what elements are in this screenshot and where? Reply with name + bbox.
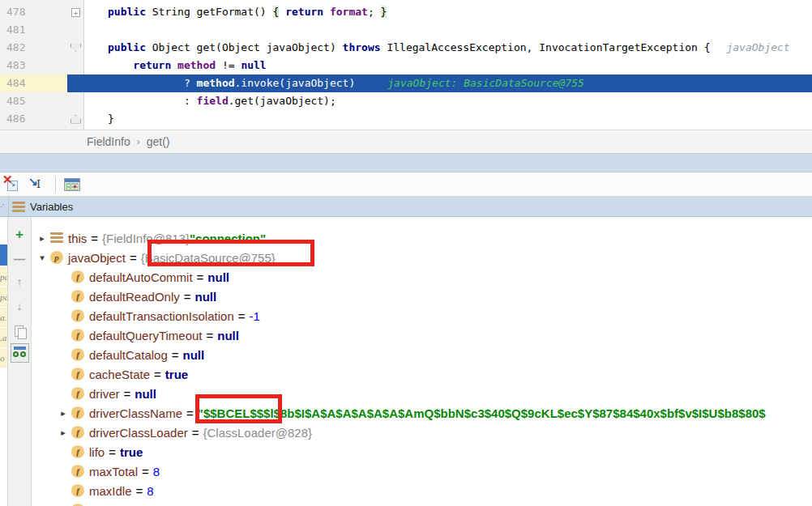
frame-row-clipped[interactable]: a. <box>0 308 8 327</box>
chevron-down-icon[interactable]: ▾ <box>36 253 49 263</box>
fold-cell <box>67 74 84 92</box>
annotation-box-basicdatasource <box>147 240 314 266</box>
line-number[interactable]: 481 <box>0 21 67 39</box>
line-number[interactable]: 484 <box>0 74 67 92</box>
variable-row[interactable]: fdefaultReadOnly=null <box>32 287 812 306</box>
field-icon: f <box>71 309 84 322</box>
equals-sign: = <box>154 368 161 381</box>
parameter-icon: p <box>50 251 63 264</box>
move-down-icon[interactable]: ↓ <box>8 300 31 313</box>
variable-row[interactable]: flifo=true <box>32 442 812 461</box>
variable-value: 0 <box>143 504 150 506</box>
variable-name: cacheState <box>89 368 150 381</box>
variable-value: -1 <box>249 309 259 323</box>
chevron-right-icon[interactable]: ▸ <box>57 408 70 419</box>
breadcrumb-class[interactable]: FieldInfo <box>87 135 130 148</box>
chevron-right-icon[interactable]: ▸ <box>36 233 49 244</box>
variable-name: defaultCatalog <box>89 348 168 362</box>
line-number[interactable]: 478 <box>0 3 67 21</box>
frame-row-clipped[interactable]: pa <box>0 287 8 307</box>
frame-row-clipped[interactable]: pa <box>0 267 8 287</box>
code-line[interactable]: 481 <box>0 21 812 39</box>
field-icon: f <box>71 406 84 419</box>
quick-evaluate-icon[interactable]: ↘ I <box>28 176 46 193</box>
code-line[interactable]: 483 return method != null <box>0 57 812 74</box>
variable-row[interactable]: fmaxTotal=8 <box>32 461 812 481</box>
variable-value: null <box>183 348 205 362</box>
code-text <box>84 21 812 39</box>
variable-row[interactable]: fdefaultTransactionIsolation=-1 <box>32 306 812 325</box>
frames-panel-clipped[interactable]: papaa..ao <box>0 217 8 506</box>
line-number[interactable]: 486 <box>0 110 67 128</box>
move-up-icon[interactable]: ↑ <box>8 275 31 288</box>
code-line[interactable]: 478+public String getFormat() { return f… <box>0 3 812 21</box>
watches-toolbar: + — ↑ ↓ <box>8 217 32 506</box>
variables-menu-icon[interactable] <box>12 202 25 212</box>
variable-row[interactable]: fdefaultAutoCommit=null <box>32 267 812 287</box>
variable-row[interactable]: fminIdle=0 <box>32 500 812 506</box>
editor-lines: 478+public String getFormat() { return f… <box>0 3 812 128</box>
variable-row[interactable]: fcacheState=true <box>32 364 812 384</box>
equals-sign: = <box>109 445 116 459</box>
execution-line[interactable]: 484 ? method.invoke(javaObject)javaObjec… <box>0 74 812 92</box>
equals-sign: = <box>184 290 191 304</box>
line-number[interactable]: 483 <box>0 57 67 74</box>
cancel-icon[interactable]: ✕ ↘ <box>3 176 21 193</box>
code-line[interactable]: 485 : field.get(javaObject); <box>0 92 812 110</box>
variable-name: maxIdle <box>89 484 132 498</box>
show-watches-icon[interactable] <box>11 343 29 363</box>
fold-open-icon[interactable] <box>67 39 84 57</box>
code-text: public String getFormat() { return forma… <box>84 3 812 21</box>
clipped-edge-mark: ·' <box>0 197 9 216</box>
variable-value: null <box>207 270 229 284</box>
toolbar-separator <box>55 177 56 192</box>
frame-row-clipped[interactable]: o <box>0 348 8 368</box>
fold-end-icon[interactable] <box>67 110 84 128</box>
breadcrumb-method[interactable]: get() <box>147 135 170 148</box>
chevron-right-icon[interactable]: ▸ <box>57 427 70 438</box>
variable-value: null <box>195 290 217 304</box>
variable-value: null <box>135 387 156 401</box>
debugger-splitter-band[interactable] <box>0 154 812 172</box>
evaluate-expression-icon[interactable] <box>64 176 82 193</box>
field-icon: f <box>71 329 84 342</box>
variable-row[interactable]: ▸fdriverClassName="$$BCEL$$$l$8b$I$A$A$A… <box>32 403 812 423</box>
equals-sign: = <box>238 309 246 323</box>
fold-plus-icon[interactable]: + <box>67 3 84 21</box>
variable-value: true <box>165 368 188 381</box>
code-text: : field.get(javaObject); <box>84 92 812 110</box>
object-icon <box>50 232 63 244</box>
remove-watch-icon[interactable]: — <box>8 253 31 266</box>
variable-value: "$$BCEL$$$l$8b$I$A$A$A$A$A$A$AmQ$bbN$c3$… <box>198 406 766 420</box>
variable-row[interactable]: fmaxIdle=8 <box>32 481 812 500</box>
equals-sign: = <box>130 251 137 265</box>
code-line[interactable]: 482public Object get(Object javaObject) … <box>0 39 812 57</box>
variable-name: javaObject <box>68 251 126 265</box>
variable-value: null <box>217 329 239 342</box>
line-number[interactable]: 485 <box>0 92 67 110</box>
arrow-glyph: ↘ <box>9 179 15 188</box>
variable-name: driverClassLoader <box>89 426 188 440</box>
line-number[interactable]: 482 <box>0 39 67 57</box>
variable-row[interactable]: fdriver=null <box>32 384 812 403</box>
variable-row[interactable]: fdefaultCatalog=null <box>32 345 812 364</box>
selected-frame-clipped[interactable] <box>0 244 8 266</box>
equals-sign: = <box>192 426 199 440</box>
frame-row-clipped[interactable]: .a <box>0 328 8 347</box>
variables-panel-title: Variables <box>30 201 73 213</box>
variables-panel-header: ·' Variables <box>0 197 812 217</box>
code-text: public Object get(Object javaObject) thr… <box>84 39 812 57</box>
equals-sign: = <box>132 504 139 506</box>
add-watch-icon[interactable]: + <box>8 227 31 243</box>
equals-sign: = <box>91 232 98 245</box>
field-icon: f <box>71 465 84 478</box>
code-line[interactable]: 486} <box>0 110 812 128</box>
variables-tree: ▸this={FieldInfo@813} "connection"▾pjava… <box>32 228 812 506</box>
variable-row[interactable]: ▸fdriverClassLoader={ClassLoader@828} <box>32 423 812 442</box>
variable-name: this <box>68 232 87 245</box>
variable-row[interactable]: fdefaultQueryTimeout=null <box>32 325 812 345</box>
code-editor[interactable]: 478+public String getFormat() { return f… <box>0 0 812 130</box>
text-cursor-glyph: I <box>36 178 41 190</box>
equals-sign: = <box>186 406 194 420</box>
field-icon: f <box>71 270 84 283</box>
